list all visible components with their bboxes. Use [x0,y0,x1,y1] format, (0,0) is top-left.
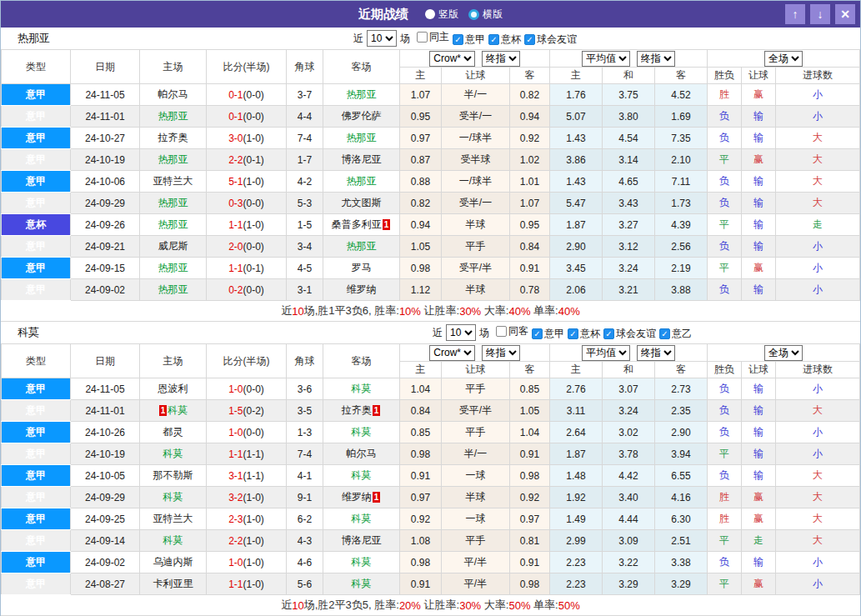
cell-away-team: 尤文图斯 [323,193,400,214]
cell-result: 负 [708,193,742,214]
cell-type: 意甲 [2,128,71,149]
cell-goals-result: 小 [776,236,860,258]
cell-type: 意甲 [2,236,71,258]
red-card-badge: 1 [383,219,391,230]
average-select[interactable]: 平均值 [582,51,630,67]
cell-date: 24-09-29 [71,193,140,214]
layout-radio-horizontal[interactable]: 横版 [468,8,503,22]
results-table-genoa: 类型 日期 主场 比分(半场) 角球 客场 Crow* 终指 平均值 终指 全场 [1,49,860,301]
filter-checkbox[interactable]: ✓意杯 [488,33,521,47]
table-row: 意甲24-09-02热那亚0-2(0-0)3-1维罗纳1.12半球0.782.0… [2,279,860,301]
checkbox-checked-icon[interactable]: ✓ [603,328,614,339]
cell-away-team: 科莫 [323,422,400,443]
summary-text: 近 [281,303,292,318]
sub-header-handicap: 让球 [442,68,510,84]
team-label: 拉齐奥 [342,404,372,416]
cell-type: 意甲 [2,279,71,301]
checkbox-checked-icon[interactable]: ✓ [532,328,543,339]
match-count-select[interactable]: 10 [367,30,397,47]
table-row: 意甲24-09-21威尼斯2-0(0-0)3-4热那亚1.05平手0.842.9… [2,236,860,258]
cell-handicap: 半球 [442,279,510,301]
match-count-select[interactable]: 10 [446,324,476,341]
cell-avg-home: 2.23 [550,552,603,573]
filter-checkbox[interactable]: ✓球会友谊 [603,327,656,341]
col-header-type: 类型 [2,50,71,84]
table-row: 意甲24-10-05那不勒斯3-1(1-1)4-1科莫0.91一球0.981.4… [2,465,860,487]
summary-text: 单率: [530,303,558,318]
cell-type: 意甲 [2,400,71,422]
final-odds-select[interactable]: 终指 [482,345,520,361]
cell-home-team: 卡利亚里 [140,573,207,595]
team-label: 亚特兰大 [153,175,193,187]
cell-avg-away: 4.16 [655,487,708,508]
cell-result: 负 [708,171,742,193]
cell-handicap-result: 输 [742,214,776,236]
cell-result: 平 [708,149,742,171]
team-label: 那不勒斯 [153,469,193,481]
cell-handicap: 半/一 [442,443,510,465]
checkbox-checked-icon[interactable]: ✓ [659,328,670,339]
checkbox-unchecked-icon[interactable] [496,326,507,337]
table-row: 意甲24-09-29热那亚0-3(0-0)5-3尤文图斯0.82受半/一1.07… [2,193,860,214]
filter-prefix-label: 近 [353,32,363,46]
cell-date: 24-11-05 [71,84,140,106]
bookmaker-select[interactable]: Crow* [429,345,475,361]
filter-checkbox[interactable]: ✓意乙 [659,327,692,341]
sub-header-avg-draw: 和 [603,68,655,84]
cell-home-team: 都灵 [140,422,207,443]
sub-header-avg-draw: 和 [603,362,655,378]
summary-text: 20% [399,599,421,612]
final-odds-select-2[interactable]: 终指 [637,51,675,67]
filter-checkbox[interactable]: ✓意甲 [453,33,485,47]
filter-checkbox[interactable]: 同客 [496,324,528,338]
halftime-score: (0-0) [243,111,264,123]
bookmaker-select[interactable]: Crow* [429,51,475,67]
move-down-button[interactable]: ↓ [810,4,830,24]
average-select[interactable]: 平均值 [582,345,630,361]
final-odds-select[interactable]: 终指 [482,51,520,67]
checkbox-checked-icon[interactable]: ✓ [568,328,578,339]
cell-avg-draw: 3.27 [603,214,655,236]
halftime-score: (0-2) [243,405,264,417]
checkbox-checked-icon[interactable]: ✓ [453,34,463,45]
cell-date: 24-11-01 [71,106,140,128]
checkbox-checked-icon[interactable]: ✓ [488,34,499,45]
cell-avg-home: 2.64 [550,422,603,443]
final-odds-select-2[interactable]: 终指 [637,345,675,361]
table-row: 意甲24-11-05恩波利1-0(0-0)3-6科莫1.04平手0.852.76… [2,378,860,400]
cell-handicap: 半球 [442,214,510,236]
checkbox-unchecked-icon[interactable] [417,32,428,43]
radio-selected-icon[interactable] [468,9,479,20]
filter-checkbox[interactable]: 同主 [417,30,449,44]
team-label: 维罗纳 [342,491,372,503]
fulltime-select[interactable]: 全场 [764,345,803,361]
move-up-button[interactable]: ↑ [785,4,805,24]
cell-avg-home: 1.87 [550,443,603,465]
cell-handicap: 一/球半 [442,171,510,193]
filter-checkbox[interactable]: ✓意杯 [568,327,600,341]
cell-date: 24-11-01 [71,400,140,422]
checkbox-checked-icon[interactable]: ✓ [524,34,535,45]
cell-goals-result: 小 [776,106,860,128]
radio-unselected-icon[interactable] [425,9,435,19]
halftime-score: (1-0) [243,219,264,231]
checkbox-label: 球会友谊 [616,327,656,341]
summary-text: 大率: [481,303,508,318]
cell-handicap-result: 赢 [742,487,776,508]
cell-corners: 3-4 [287,236,323,258]
close-button[interactable]: ✕ [835,4,855,24]
cell-date: 24-10-06 [71,171,140,193]
cell-goals-result: 大 [776,149,860,171]
fulltime-select[interactable]: 全场 [764,51,803,67]
layout-radio-vertical[interactable]: 竖版 [425,8,458,22]
team-label: 卡利亚里 [153,578,193,589]
filter-checkbox[interactable]: ✓球会友谊 [524,33,577,47]
cell-avg-away: 7.35 [655,128,708,149]
team-label: 科莫 [352,578,372,589]
filter-checkbox[interactable]: ✓意甲 [532,327,564,341]
halftime-score: (1-0) [243,535,264,547]
team-label: 尤文图斯 [342,197,382,208]
cell-avg-away: 3.38 [655,552,708,573]
cell-odds-away: 0.92 [510,128,550,149]
summary-text: 让胜率: [421,303,459,318]
